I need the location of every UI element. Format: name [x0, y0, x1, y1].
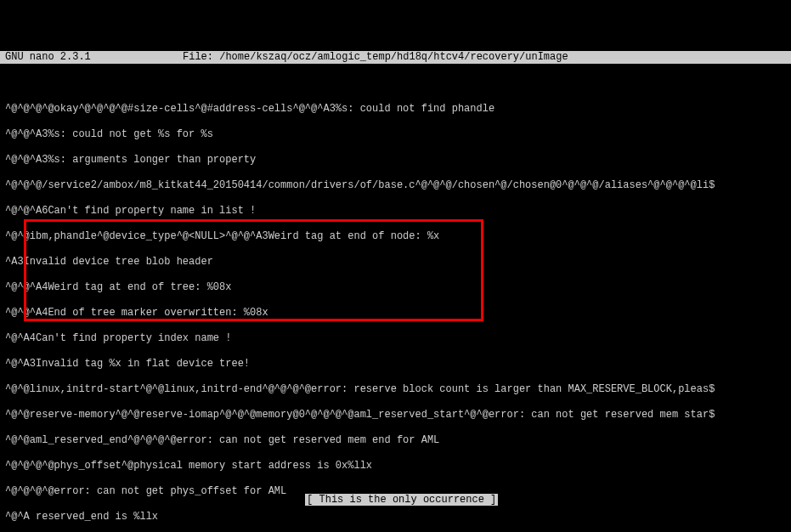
text-line: ^@^@^A3%s: could not get %s for %s [5, 128, 786, 141]
text-line: ^@^@^@^@okay^@^@^@^@#size-cells^@#addres… [5, 103, 786, 116]
text-line: ^A3Invalid device tree blob header [5, 256, 786, 269]
text-line: ^@^@^A4Weird tag at end of tree: %08x [5, 281, 786, 294]
app-name: GNU nano 2.3.1 [0, 51, 183, 64]
status-message: [ This is the only occurrence ] [305, 494, 498, 506]
text-line: ^@^@reserve-memory^@^@reserve-iomap^@^@^… [5, 409, 786, 422]
text-line: ^@^@^@^@phys_offset^@physical memory sta… [5, 460, 786, 473]
text-line: ^@^A3Invalid tag %x in flat device tree! [5, 358, 786, 371]
text-line: ^@^@aml_reserved_end^@^@^@^@error: can n… [5, 434, 786, 447]
text-line: ^@^@linux,initrd-start^@^@linux,initrd-e… [5, 383, 786, 396]
text-line: ^@^@^A6Can't find property name in list … [5, 205, 786, 218]
file-path: File: /home/kszaq/ocz/amlogic_temp/hd18q… [183, 51, 568, 64]
text-line: ^@^@^A4End of tree marker overwritten: %… [5, 307, 786, 320]
titlebar: GNU nano 2.3.1 File: /home/kszaq/ocz/aml… [0, 51, 791, 64]
text-line: ^@^@^A3%s: arguments longer than propert… [5, 154, 786, 167]
text-line: ^@^@ibm,phandle^@device_type^@<NULL>^@^@… [5, 230, 786, 243]
text-line: ^@^@^@/service2/ambox/m8_kitkat44_201504… [5, 179, 786, 192]
shortcut-bar: ^G Get Help^O WriteOut^R Read File^Y Pre… [0, 507, 791, 532]
editor-content[interactable]: ^@^@^@^@okay^@^@^@^@#size-cells^@#addres… [0, 89, 791, 532]
status-bar: [ This is the only occurrence ] [0, 481, 791, 507]
text-line: ^@^A4Can't find property index name ! [5, 332, 786, 345]
